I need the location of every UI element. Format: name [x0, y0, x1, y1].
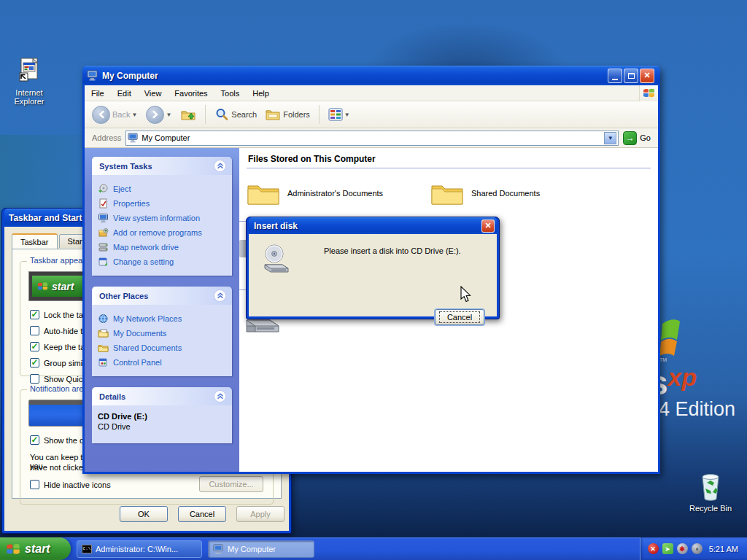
toolbar: Back ▼ ▼: [85, 101, 658, 128]
address-dropdown-icon[interactable]: ▼: [604, 132, 616, 144]
menu-help[interactable]: Help: [246, 85, 276, 101]
watermark-xp: xp: [668, 363, 697, 391]
place-label: My Documents: [113, 329, 166, 338]
details-panel: Details CD Drive (E:) CD Drive: [92, 387, 232, 443]
cd-drive-icon: [260, 243, 291, 275]
back-icon: [92, 106, 110, 124]
my-computer-icon: [87, 70, 98, 81]
desktop-icon-internet-explorer[interactable]: Internet Explorer: [1, 57, 57, 106]
tab-taskbar[interactable]: Taskbar: [12, 233, 58, 249]
checkbox-box: ✓: [30, 435, 39, 445]
task-map-network-drive[interactable]: Map network drive: [98, 240, 226, 254]
insert-disk-body: Please insert a disk into CD Drive (E:).…: [249, 234, 497, 316]
menu-edit[interactable]: Edit: [111, 85, 138, 101]
folder-icon: [430, 180, 464, 206]
go-button[interactable]: → Go: [619, 131, 655, 145]
folder-label: Shared Documents: [471, 189, 540, 198]
place-my-documents[interactable]: My Documents: [98, 326, 226, 341]
change-setting-icon: [98, 257, 109, 267]
apply-button[interactable]: Apply: [236, 506, 285, 522]
insert-disk-titlebar[interactable]: Insert disk ✕: [249, 217, 497, 234]
windows-flag-icon: [643, 87, 655, 99]
windows-flag-icon: [6, 542, 20, 556]
cancel-button[interactable]: Cancel: [435, 309, 484, 325]
place-label: Shared Documents: [113, 343, 182, 352]
collapse-chevron-icon[interactable]: [214, 160, 226, 172]
files-section-heading: Files Stored on This Computer: [247, 152, 651, 168]
checkbox-hide-inactive[interactable]: ✓ Hide inactive icons: [30, 480, 111, 489]
task-properties[interactable]: Properties: [98, 196, 226, 211]
task-label: Administrator: C:\Win...: [96, 545, 178, 553]
menubar: File Edit View Favorites Tools Help: [85, 85, 658, 101]
customize-button[interactable]: Customize...: [199, 476, 263, 492]
windows-flag-icon: [37, 281, 48, 292]
maximize-button[interactable]: [624, 69, 638, 83]
address-bar: Address My Computer ▼ → Go: [85, 128, 658, 148]
my-computer-icon: [128, 133, 139, 143]
details-header[interactable]: Details: [92, 387, 232, 405]
minimize-button[interactable]: [608, 69, 622, 83]
checkbox-box: ✓: [30, 374, 39, 384]
folders-button[interactable]: Folders: [263, 106, 313, 122]
menu-favorites[interactable]: Favorites: [168, 85, 214, 101]
back-dropdown-icon[interactable]: ▼: [131, 112, 137, 118]
start-button[interactable]: start: [0, 537, 71, 560]
task-eject[interactable]: Eject: [98, 182, 226, 196]
forward-icon: [146, 106, 164, 124]
forward-dropdown-icon[interactable]: ▼: [166, 112, 171, 118]
check-icon: ✓: [31, 310, 38, 319]
folder-administrators-documents[interactable]: Administrator's Documents: [247, 180, 430, 206]
close-button[interactable]: ✕: [640, 69, 654, 83]
place-shared-documents[interactable]: Shared Documents: [98, 341, 226, 355]
taskbar-task-administrator[interactable]: C:\ Administrator: C:\Win...: [77, 540, 202, 558]
collapse-chevron-icon[interactable]: [214, 289, 226, 302]
notification-area-label: Notification area: [27, 384, 91, 393]
menu-tools[interactable]: Tools: [214, 85, 247, 101]
system-tasks-header[interactable]: System Tasks: [92, 157, 232, 175]
desktop-icon-recycle-bin[interactable]: Recycle Bin: [683, 472, 738, 513]
volume-icon[interactable]: ◖: [692, 543, 703, 554]
close-icon[interactable]: ✕: [481, 219, 495, 233]
task-view-system-information[interactable]: View system information: [98, 211, 226, 225]
network-status-icon[interactable]: ✱: [677, 543, 688, 554]
folder-icon: [247, 180, 280, 206]
taskbar-task-my-computer[interactable]: My Computer: [208, 540, 314, 558]
folder-shared-documents[interactable]: Shared Documents: [430, 180, 614, 206]
back-button[interactable]: Back ▼: [89, 104, 140, 125]
window-titlebar[interactable]: My Computer ✕: [82, 66, 660, 85]
place-my-network-places[interactable]: My Network Places: [98, 311, 226, 326]
eject-icon: [98, 184, 109, 194]
mouse-cursor: [458, 286, 474, 303]
security-alert-icon[interactable]: ✕: [648, 543, 659, 554]
search-button[interactable]: Search: [212, 106, 260, 123]
my-computer-icon: [213, 544, 224, 554]
checkbox-box: ✓: [30, 480, 39, 489]
folders-label: Folders: [283, 110, 310, 119]
task-change-a-setting[interactable]: Change a setting: [98, 254, 226, 269]
safely-remove-hardware-icon[interactable]: ➤: [662, 543, 673, 554]
details-item-type: CD Drive: [98, 422, 226, 431]
forward-button[interactable]: ▼: [143, 104, 174, 125]
collapse-chevron-icon[interactable]: [214, 390, 226, 402]
up-button[interactable]: [177, 105, 199, 124]
add-remove-programs-icon: [98, 228, 109, 238]
cancel-button[interactable]: Cancel: [178, 506, 226, 522]
recycle-bin-icon: [697, 472, 724, 502]
menu-file[interactable]: File: [85, 85, 111, 101]
views-button[interactable]: ▼: [325, 106, 353, 122]
other-places-header[interactable]: Other Places: [92, 287, 232, 305]
task-add-remove-programs[interactable]: Add or remove programs: [98, 225, 226, 240]
menu-view[interactable]: View: [138, 85, 169, 101]
windows-flag-watermark-icon: [658, 312, 702, 356]
address-combo[interactable]: My Computer ▼: [125, 131, 619, 146]
control-panel-icon: [98, 357, 109, 368]
place-control-panel[interactable]: Control Panel: [98, 355, 226, 370]
views-dropdown-icon[interactable]: ▼: [344, 112, 350, 118]
other-places-title: Other Places: [99, 292, 214, 300]
internet-explorer-icon: [17, 57, 42, 86]
desktop-icon-label: Recycle Bin: [683, 504, 738, 513]
ok-button[interactable]: OK: [120, 506, 168, 522]
place-label: Control Panel: [113, 358, 162, 367]
insert-disk-dialog: Insert disk ✕ Please insert a disk into …: [246, 217, 500, 319]
details-item-name: CD Drive (E:): [98, 412, 226, 421]
